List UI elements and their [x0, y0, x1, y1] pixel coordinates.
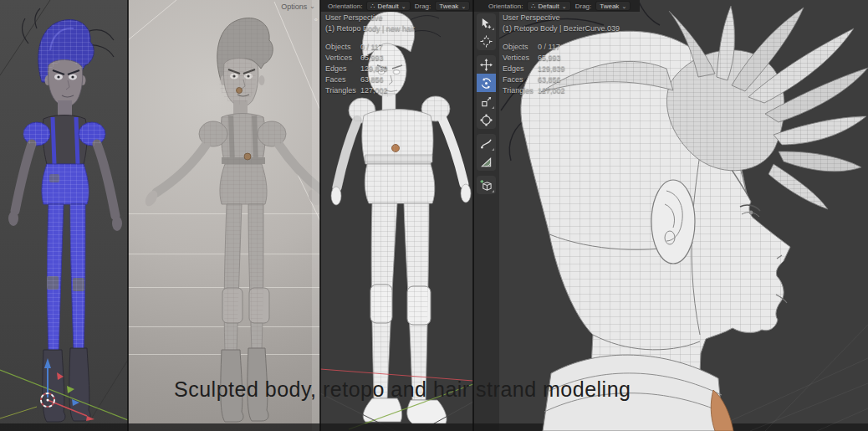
orientation-label: Orientation: — [328, 3, 362, 10]
options-label: Options — [281, 3, 307, 11]
stat-value: 0 / 117 — [538, 42, 560, 53]
stat-value: 127,002 — [360, 85, 388, 96]
drag-dropdown[interactable]: Tweak ⌄ — [595, 1, 631, 11]
viewport-retopo-solid: Options ⌄ ‹› — [128, 0, 320, 431]
viewport-hair-strands: Orientation: ∴ Default ⌄ Drag: Tweak ⌄ — [473, 0, 868, 431]
drag-dropdown[interactable]: Tweak ⌄ — [435, 1, 470, 11]
chevron-down-icon: ⌄ — [621, 4, 626, 8]
stat-value: 63,856 — [538, 74, 561, 85]
context-label: (1) Retopo Body | new hair — [325, 23, 415, 34]
stats-overlay: User Perspective (1) Retopo Body | Bezie… — [503, 13, 620, 96]
orientation-axes-icon: ∴ — [370, 3, 375, 10]
drag-label: Drag: — [415, 3, 431, 10]
drag-label: Drag: — [575, 3, 592, 10]
chevron-down-icon: ⌄ — [401, 4, 406, 8]
tool-move-button[interactable] — [477, 55, 496, 74]
stat-label: Faces — [325, 74, 360, 85]
tool-measure-button[interactable] — [477, 152, 496, 171]
viewport-sculpt — [0, 0, 128, 431]
tool-annotate-button[interactable] — [477, 134, 496, 152]
viewport-header: Orientation: ∴ Default ⌄ Drag: Tweak ⌄ — [473, 0, 640, 12]
stat-value: 0 / 117 — [360, 42, 383, 53]
stat-label: Objects — [503, 42, 538, 53]
stat-value: 63,856 — [360, 74, 384, 85]
stat-label: Vertices — [325, 53, 360, 64]
ear — [651, 180, 695, 264]
stat-value: 129,839 — [360, 64, 388, 74]
stat-value: 65,993 — [360, 53, 384, 64]
floor-shadow — [0, 423, 128, 431]
stat-label: Triangles — [325, 85, 360, 96]
view-label: User Perspective — [503, 13, 620, 23]
panel-divider — [127, 0, 129, 431]
skin-gap — [711, 390, 733, 431]
view-label: User Perspective — [325, 13, 415, 23]
orientation-dropdown[interactable]: ∴ Default ⌄ — [527, 1, 570, 11]
stat-label: Faces — [503, 74, 538, 85]
floor-grid — [708, 325, 868, 431]
blender-collage: Options ⌄ ‹› — [0, 0, 868, 431]
floor-shadow — [128, 423, 320, 431]
stat-value: 65,993 — [538, 53, 561, 64]
tool-rotate-button[interactable] — [477, 74, 496, 92]
chevron-down-icon: ⌄ — [562, 4, 567, 8]
stat-label: Objects — [325, 42, 360, 53]
chevron-down-icon: ⌄ — [461, 4, 466, 8]
stat-label: Edges — [325, 64, 360, 74]
stat-value: 129,839 — [538, 64, 565, 74]
caption-text: Sculpted body, retopo and hair strand mo… — [174, 377, 631, 402]
tool-tweak-button[interactable] — [477, 13, 496, 32]
stat-label: Triangles — [503, 85, 538, 96]
panel-divider — [319, 0, 321, 431]
tool-column — [477, 13, 497, 199]
tool-scale-button[interactable] — [477, 92, 496, 110]
stat-label: Vertices — [503, 53, 538, 64]
orientation-label: Orientation: — [488, 3, 523, 10]
stat-label: Edges — [503, 64, 538, 74]
retopo-solid-figure — [128, 0, 320, 431]
viewport-retopo-wire: Orientation: ∴ Default ⌄ Drag: Tweak ⌄ O… — [320, 0, 473, 431]
floor-shadow — [320, 423, 473, 431]
orientation-axes-icon: ∴ — [531, 3, 535, 10]
context-label: (1) Retopo Body | BezierCurve.039 — [503, 23, 620, 34]
stat-value: 127,002 — [538, 85, 565, 96]
stats-overlay: User Perspective (1) Retopo Body | new h… — [325, 13, 415, 96]
tool-cursor-button[interactable] — [477, 32, 496, 50]
orientation-dropdown[interactable]: ∴ Default ⌄ — [366, 1, 410, 11]
viewport-header: Orientation: ∴ Default ⌄ Drag: Tweak ⌄ O… — [320, 0, 473, 12]
panel-divider — [472, 0, 474, 431]
tool-add-cube-button[interactable] — [477, 176, 496, 194]
sculpted-figure — [0, 0, 128, 431]
tool-transform-button[interactable] — [477, 110, 496, 129]
